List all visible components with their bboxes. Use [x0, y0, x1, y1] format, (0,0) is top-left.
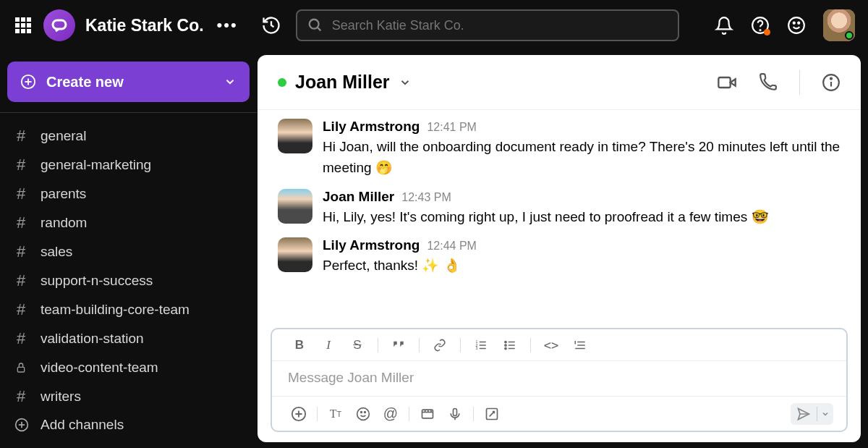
quote-button[interactable]: [384, 334, 413, 356]
message-composer: B I S 123 <> Message Joan Mille: [271, 328, 848, 432]
svg-line-2: [317, 28, 320, 31]
italic-button[interactable]: I: [314, 334, 343, 356]
message-avatar[interactable]: [278, 119, 312, 153]
ordered-list-button[interactable]: 123: [467, 334, 495, 356]
svg-point-38: [357, 407, 370, 420]
hash-icon: #: [14, 387, 27, 406]
create-new-label: Create new: [46, 74, 124, 90]
message-author[interactable]: Lily Armstrong: [323, 237, 420, 253]
message-text: Hi, Lily, yes! It's coming right up, I j…: [323, 206, 841, 227]
channel-label: parents: [41, 186, 86, 202]
help-notification-dot: [764, 29, 770, 35]
attach-button[interactable]: [285, 403, 312, 425]
strikethrough-button[interactable]: S: [343, 334, 372, 356]
message-time: 12:41 PM: [427, 121, 476, 134]
channel-label: support-n-success: [41, 273, 153, 289]
chat-panel: Joan Miller Lily Armstrong12:41 PMHi Joa…: [258, 55, 861, 442]
codeblock-button[interactable]: [566, 334, 595, 356]
info-icon[interactable]: [822, 73, 841, 92]
phone-call-icon[interactable]: [759, 73, 778, 92]
channel-random[interactable]: #random: [0, 208, 257, 237]
svg-point-29: [505, 341, 506, 342]
lock-icon: [14, 362, 27, 373]
composer-input[interactable]: Message Joan Miller: [272, 361, 846, 396]
apps-grid-icon[interactable]: [13, 15, 33, 35]
svg-rect-0: [53, 20, 66, 29]
link-button[interactable]: [425, 334, 454, 356]
text-format-button[interactable]: TT: [322, 403, 349, 425]
chevron-down-icon: [224, 75, 237, 88]
code-button[interactable]: <>: [537, 334, 566, 356]
notifications-icon[interactable]: [715, 16, 733, 35]
channel-writers[interactable]: #writers: [0, 382, 257, 411]
emoji-icon[interactable]: [787, 16, 806, 35]
add-channels-label: Add channels: [41, 417, 124, 433]
video-clip-button[interactable]: [414, 403, 441, 425]
message-author[interactable]: Lily Armstrong: [323, 119, 420, 135]
channel-support-n-success[interactable]: #support-n-success: [0, 266, 257, 295]
presence-online-icon: [278, 78, 286, 87]
svg-point-7: [798, 22, 799, 24]
svg-text:3: 3: [476, 346, 478, 350]
hash-icon: #: [14, 127, 27, 145]
workspace-logo[interactable]: [43, 9, 75, 41]
video-call-icon[interactable]: [717, 72, 737, 93]
workspace-name[interactable]: Katie Stark Co.: [85, 16, 204, 35]
history-icon[interactable]: [261, 15, 281, 35]
channel-video-content-team[interactable]: video-content-team: [0, 353, 257, 382]
search-input[interactable]: [332, 18, 668, 33]
chat-title[interactable]: Joan Miller: [295, 72, 390, 93]
message-avatar[interactable]: [278, 189, 312, 224]
message: Lily Armstrong12:44 PMPerfect, thanks! ✨…: [278, 237, 841, 276]
hash-icon: #: [14, 156, 27, 174]
channel-label: writers: [41, 389, 81, 405]
svg-rect-11: [17, 367, 24, 372]
svg-point-1: [309, 20, 318, 29]
channel-label: general: [41, 128, 86, 144]
workspace-menu-icon[interactable]: •••: [214, 16, 241, 35]
svg-point-31: [505, 347, 506, 349]
send-button[interactable]: [791, 403, 817, 425]
chat-title-chevron-icon[interactable]: [399, 76, 412, 89]
user-status-online: [845, 31, 854, 40]
svg-point-40: [365, 411, 366, 413]
channel-label: validation-station: [41, 331, 144, 347]
channel-label: team-building-core-team: [41, 302, 190, 318]
plus-icon: [14, 418, 27, 432]
user-avatar[interactable]: [823, 9, 855, 41]
channel-parents[interactable]: #parents: [0, 179, 257, 208]
search-icon: [307, 17, 323, 33]
audio-button[interactable]: [441, 403, 469, 425]
svg-point-19: [830, 77, 832, 79]
svg-point-4: [760, 30, 760, 30]
hash-icon: #: [14, 214, 27, 232]
channel-team-building-core-team[interactable]: #team-building-core-team: [0, 295, 257, 324]
channel-label: general-marketing: [41, 157, 151, 173]
bold-button[interactable]: B: [285, 334, 314, 356]
channel-validation-station[interactable]: #validation-station: [0, 324, 257, 353]
channel-general[interactable]: #general: [0, 122, 257, 151]
mention-button[interactable]: @: [377, 403, 404, 425]
svg-point-6: [793, 22, 795, 24]
svg-rect-46: [454, 408, 457, 415]
svg-rect-15: [718, 77, 730, 88]
channel-label: sales: [41, 244, 72, 260]
shortcut-button[interactable]: [478, 403, 506, 425]
plus-circle-icon: [20, 74, 36, 90]
bullet-list-button[interactable]: [495, 334, 524, 356]
search-box[interactable]: [296, 9, 679, 41]
chat-header: Joan Miller: [258, 55, 861, 110]
help-icon[interactable]: [751, 16, 770, 35]
composer-emoji-button[interactable]: [349, 403, 377, 425]
add-channels-button[interactable]: Add channels: [0, 411, 257, 439]
send-options-button[interactable]: [817, 403, 833, 425]
channel-sales[interactable]: #sales: [0, 237, 257, 266]
channel-general-marketing[interactable]: #general-marketing: [0, 151, 257, 179]
message-author[interactable]: Joan Miller: [323, 189, 394, 205]
hash-icon: #: [14, 271, 27, 290]
hash-icon: #: [14, 300, 27, 319]
message-avatar[interactable]: [278, 237, 312, 272]
message-text: Perfect, thanks! ✨ 👌: [323, 255, 841, 276]
hash-icon: #: [14, 185, 27, 203]
create-new-button[interactable]: Create new: [7, 62, 250, 102]
